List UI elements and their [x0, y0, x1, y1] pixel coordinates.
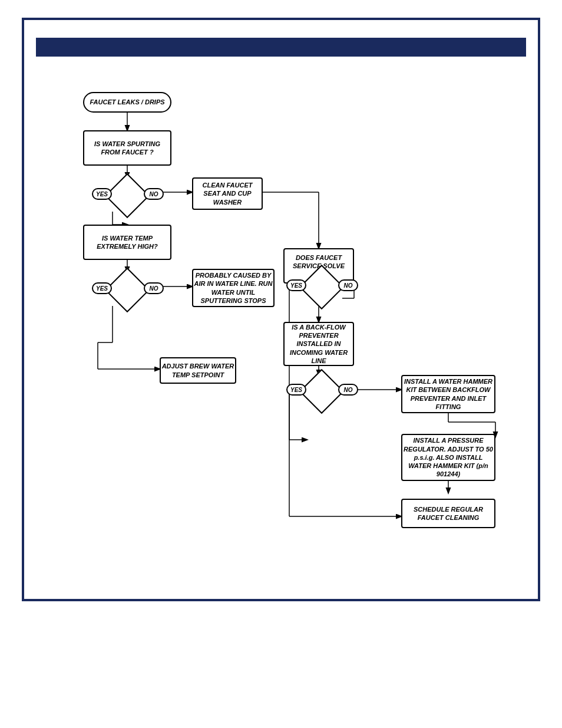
- page: FAUCET LEAKS / DRIPS IS WATER SPURTING F…: [0, 0, 562, 728]
- node-install-hammer: INSTALL A WATER HAMMER KIT BETWEEN BACKF…: [401, 375, 495, 413]
- diamond-1-no: NO: [144, 188, 164, 200]
- diamond-3-no: NO: [338, 279, 358, 291]
- diamond-3-yes: YES: [286, 279, 306, 291]
- diamond-2-yes: YES: [92, 282, 112, 294]
- node-backflow: IS A BACK-FLOW PREVENTER INSTALLED IN IN…: [283, 322, 354, 366]
- diamond-2: [107, 274, 148, 306]
- node-probably-air: PROBABLY CAUSED BY AIR IN WATER LINE. RU…: [192, 269, 275, 307]
- node-start: FAUCET LEAKS / DRIPS: [83, 92, 171, 113]
- node-schedule: SCHEDULE REGULAR FAUCET CLEANING: [401, 499, 495, 528]
- diamond-3: [301, 271, 342, 303]
- diamond-1-yes: YES: [92, 188, 112, 200]
- node-clean-faucet: CLEAN FAUCET SEAT AND CUP WASHER: [192, 177, 263, 210]
- node-adjust-brew: ADJUST BREW WATER TEMP SETPOINT: [160, 357, 236, 384]
- diagram-container: FAUCET LEAKS / DRIPS IS WATER SPURTING F…: [22, 18, 540, 601]
- diamond-2-no: NO: [144, 282, 164, 294]
- header-bar: [36, 38, 526, 57]
- flowchart: FAUCET LEAKS / DRIPS IS WATER SPURTING F…: [36, 74, 526, 581]
- node-install-pressure: INSTALL A PRESSURE REGULATOR. ADJUST TO …: [401, 434, 495, 481]
- diamond-4: [301, 375, 342, 407]
- diamond-4-no: NO: [338, 384, 358, 396]
- node-q1: IS WATER SPURTING FROM FAUCET ?: [83, 130, 171, 166]
- diamond-1: [107, 179, 148, 212]
- diamond-4-yes: YES: [286, 384, 306, 396]
- node-q2: IS WATER TEMP EXTREMELY HIGH?: [83, 225, 171, 260]
